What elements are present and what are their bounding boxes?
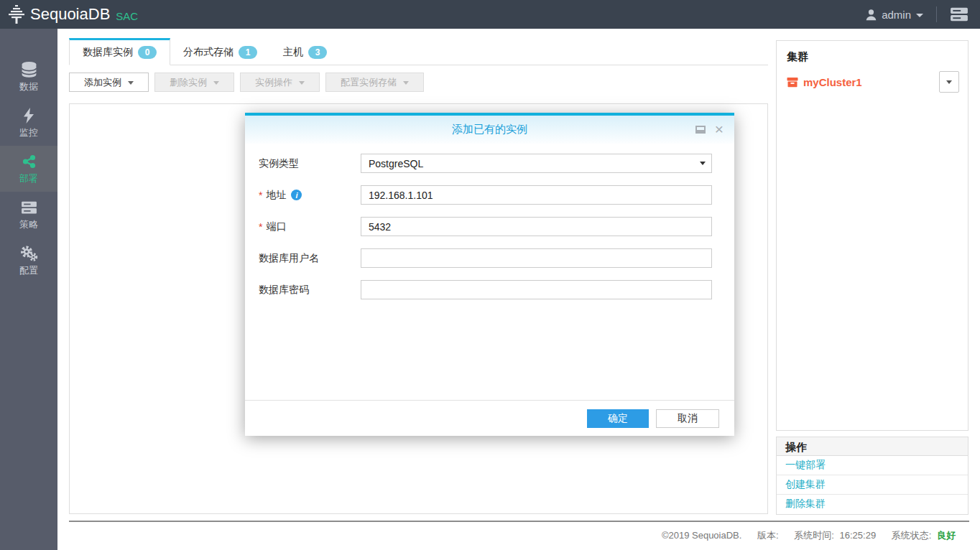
selected-option: PostgreSQL: [369, 158, 423, 169]
button-label: 删除实例: [170, 76, 207, 89]
chevron-down-icon: [700, 162, 706, 165]
lightning-icon: [21, 107, 37, 124]
user-menu[interactable]: admin: [865, 9, 923, 21]
instance-type-label: 实例类型: [259, 157, 361, 170]
maximize-icon[interactable]: [695, 126, 706, 134]
chevron-down-icon: [299, 81, 305, 85]
version-label: 版本:: [757, 530, 779, 541]
tab-label: 分布式存储: [183, 46, 234, 59]
dialog-body: 实例类型 PostgreSQL * 地址 * 端口 数据库用户: [245, 144, 734, 299]
address-input[interactable]: [361, 185, 712, 205]
add-instance-button[interactable]: 添加实例: [69, 73, 149, 92]
app-header: SequoiaDB SAC admin: [0, 0, 980, 29]
create-cluster-link[interactable]: 创建集群: [777, 475, 968, 495]
database-icon: [20, 61, 38, 78]
tab-label: 主机: [283, 46, 303, 59]
cluster-panel-title: 集群: [787, 50, 958, 64]
label-text: 实例类型: [259, 157, 299, 170]
cancel-button[interactable]: 取消: [656, 409, 719, 428]
sidebar-item-label: 数据: [19, 80, 38, 93]
system-status-label: 系统状态:: [892, 530, 932, 541]
sidebar-item-label: 部署: [19, 172, 38, 185]
footer-divider: [69, 521, 969, 522]
tab-distributed-storage[interactable]: 分布式存储 1: [170, 40, 270, 65]
system-time-value: 16:25:29: [840, 530, 877, 541]
cluster-name-link[interactable]: myCluster1: [803, 76, 862, 88]
port-input[interactable]: [361, 217, 712, 236]
dialog-footer: 确定 取消: [245, 400, 734, 436]
cluster-row: myCluster1: [787, 71, 959, 93]
sidebar-item-label: 策略: [19, 218, 38, 231]
button-label: 添加实例: [84, 76, 121, 89]
user-name: admin: [882, 9, 911, 21]
field-row-db-username: 数据库用户名: [259, 248, 712, 268]
db-username-label: 数据库用户名: [259, 252, 361, 265]
system-status-value: 良好: [937, 530, 956, 541]
sidebar-item-config[interactable]: 配置: [0, 238, 57, 284]
copyright-text: ©2019 SequoiaDB.: [662, 530, 742, 541]
add-existing-instance-dialog: 添加已有的实例 实例类型 PostgreSQL * 地址: [245, 113, 734, 436]
db-password-input[interactable]: [361, 280, 712, 299]
tab-count-badge: 1: [239, 46, 257, 59]
share-icon: [20, 153, 38, 170]
cluster-dropdown-button[interactable]: [939, 71, 959, 93]
required-asterisk: *: [259, 221, 262, 233]
dialog-header: 添加已有的实例: [245, 116, 734, 144]
tab-count-badge: 0: [138, 46, 157, 59]
left-nav: 数据 监控 部署: [0, 29, 57, 550]
field-row-instance-type: 实例类型 PostgreSQL: [259, 154, 712, 173]
gears-icon: [19, 245, 39, 262]
hosts-rack-icon[interactable]: [950, 6, 969, 23]
address-label: * 地址: [259, 189, 361, 202]
product-name: SAC: [116, 10, 138, 22]
tab-hosts[interactable]: 主机 3: [270, 40, 340, 65]
close-icon[interactable]: [715, 121, 724, 136]
instance-toolbar: 添加实例 删除实例 实例操作 配置实例存储: [69, 73, 768, 92]
tab-database-instances[interactable]: 数据库实例 0: [69, 38, 170, 65]
chevron-down-icon: [403, 81, 409, 85]
sidebar-item-monitor[interactable]: 监控: [0, 100, 57, 146]
delete-cluster-link[interactable]: 删除集群: [777, 495, 968, 514]
label-text: 数据库密码: [259, 284, 309, 297]
button-label: 实例操作: [255, 76, 292, 89]
field-row-db-password: 数据库密码: [259, 280, 712, 299]
field-row-address: * 地址: [259, 185, 712, 205]
chevron-down-icon: [946, 80, 952, 84]
brand-logo: SequoiaDB SAC: [6, 4, 138, 25]
one-click-deploy-link[interactable]: 一键部署: [777, 456, 968, 475]
label-text: 数据库用户名: [259, 252, 319, 265]
sidebar-item-deploy[interactable]: 部署: [0, 146, 57, 192]
field-row-port: * 端口: [259, 217, 712, 236]
cluster-box-icon: [787, 77, 798, 88]
tab-bar: 数据库实例 0 分布式存储 1 主机 3: [69, 40, 768, 65]
operations-panel-title: 操作: [777, 437, 968, 456]
dialog-title: 添加已有的实例: [245, 123, 734, 136]
operations-panel: 操作 一键部署 创建集群 删除集群: [776, 437, 969, 515]
system-time-label: 系统时间:: [794, 530, 834, 541]
ok-button[interactable]: 确定: [587, 409, 649, 428]
db-username-input[interactable]: [361, 248, 712, 268]
sidebar-item-strategy[interactable]: 策略: [0, 192, 57, 238]
instance-type-select[interactable]: PostgreSQL: [361, 154, 712, 173]
status-bar: ©2019 SequoiaDB. 版本: 系统时间: 16:25:29 系统状态…: [662, 529, 956, 542]
tab-count-badge: 3: [308, 46, 327, 59]
tab-label: 数据库实例: [83, 46, 133, 59]
button-label: 配置实例存储: [341, 76, 397, 89]
db-password-label: 数据库密码: [259, 284, 361, 297]
label-text: 端口: [266, 220, 286, 233]
sidebar-item-label: 监控: [19, 126, 38, 139]
sequoia-tree-icon: [6, 4, 27, 25]
delete-instance-button: 删除实例: [154, 73, 234, 92]
server-stack-icon: [20, 199, 38, 216]
user-icon: [865, 9, 877, 21]
cluster-panel: 集群 myCluster1: [776, 40, 969, 431]
configure-instance-storage-button: 配置实例存储: [325, 73, 424, 92]
info-icon[interactable]: [291, 190, 302, 200]
sidebar-item-label: 配置: [19, 264, 38, 277]
chevron-down-icon: [916, 14, 923, 17]
header-divider: [936, 6, 937, 22]
label-text: 地址: [266, 189, 286, 202]
brand-name: SequoiaDB: [30, 5, 110, 24]
sidebar-item-data[interactable]: 数据: [0, 54, 57, 100]
instance-operation-button: 实例操作: [240, 73, 320, 92]
